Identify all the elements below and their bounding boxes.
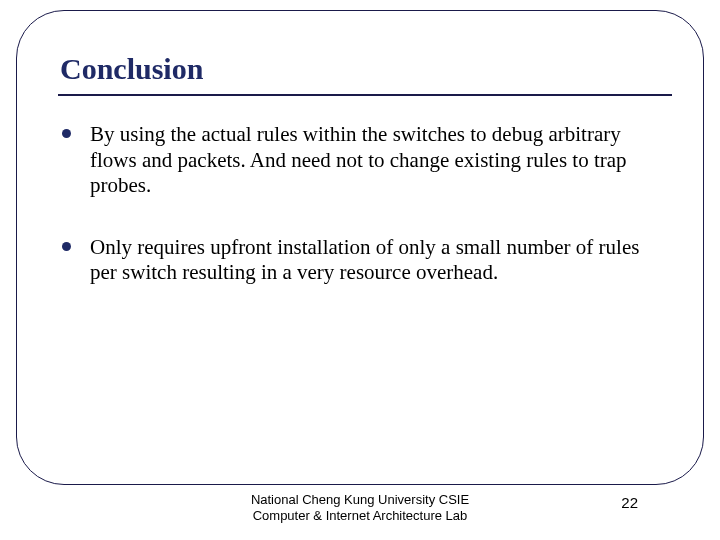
slide: Conclusion By using the actual rules wit… bbox=[0, 0, 720, 540]
footer-line-2: Computer & Internet Architecture Lab bbox=[251, 508, 469, 524]
slide-title: Conclusion bbox=[60, 52, 660, 86]
page-number: 22 bbox=[621, 494, 638, 511]
footer-line-1: National Cheng Kung University CSIE bbox=[251, 492, 469, 508]
title-divider bbox=[58, 94, 672, 96]
footer-affiliation: National Cheng Kung University CSIE Comp… bbox=[251, 492, 469, 525]
footer: National Cheng Kung University CSIE Comp… bbox=[0, 492, 720, 526]
content-area: Conclusion By using the actual rules wit… bbox=[60, 52, 660, 322]
bullet-list: By using the actual rules within the swi… bbox=[60, 122, 660, 286]
bullet-item: Only requires upfront installation of on… bbox=[60, 235, 660, 286]
bullet-item: By using the actual rules within the swi… bbox=[60, 122, 660, 199]
